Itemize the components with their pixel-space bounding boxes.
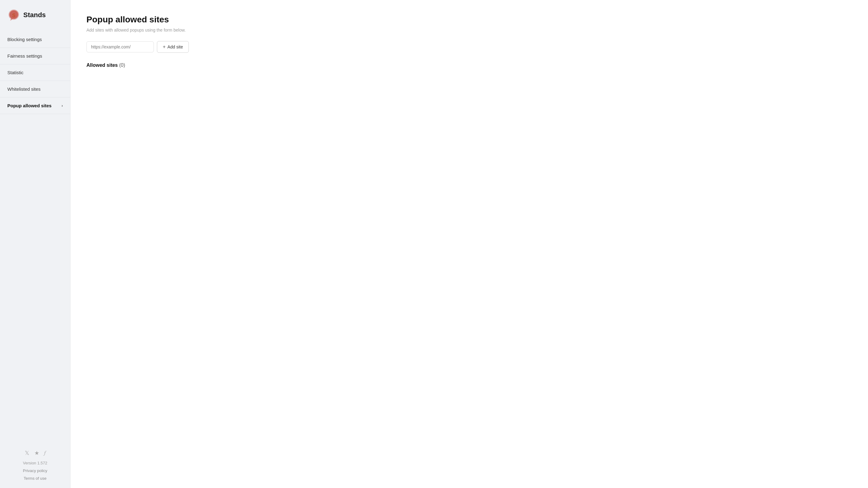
twitter-icon[interactable]: 𝕏 xyxy=(25,450,29,456)
sidebar-item-popup-allowed-sites[interactable]: Popup allowed sites › xyxy=(0,97,70,114)
app-name: Stands xyxy=(23,11,46,19)
add-site-button[interactable]: + Add site xyxy=(157,41,189,53)
allowed-sites-count: (0) xyxy=(119,63,125,68)
svg-text:S: S xyxy=(12,13,16,18)
privacy-policy-link[interactable]: Privacy policy xyxy=(23,468,47,473)
version-text: Version 1.572 xyxy=(23,461,48,465)
main-content: Popup allowed sites Add sites with allow… xyxy=(70,0,868,488)
page-title: Popup allowed sites xyxy=(87,15,852,25)
sidebar-item-blocking-settings[interactable]: Blocking settings xyxy=(0,31,70,48)
sidebar-item-whitelisted-sites[interactable]: Whitelisted sites xyxy=(0,81,70,97)
allowed-sites-heading: Allowed sites (0) xyxy=(87,63,852,68)
stands-logo-icon: S xyxy=(7,8,20,22)
sidebar-item-label: Blocking settings xyxy=(7,37,42,42)
sidebar-footer: 𝕏 ★ 𝑓 Version 1.572 Privacy policy Terms… xyxy=(0,440,70,488)
page-subtitle: Add sites with allowed popups using the … xyxy=(87,28,852,32)
sidebar-item-label: Popup allowed sites xyxy=(7,103,52,108)
sidebar: S Stands Blocking settings Fairness sett… xyxy=(0,0,70,488)
url-input[interactable] xyxy=(87,41,154,53)
sidebar-item-statistic[interactable]: Statistic xyxy=(0,64,70,81)
sidebar-item-fairness-settings[interactable]: Fairness settings xyxy=(0,48,70,64)
plus-icon: + xyxy=(163,44,165,50)
terms-of-use-link[interactable]: Terms of use xyxy=(24,476,46,481)
logo-area: S Stands xyxy=(0,0,70,31)
sidebar-item-label: Statistic xyxy=(7,70,24,75)
chevron-right-icon: › xyxy=(62,103,63,108)
star-icon[interactable]: ★ xyxy=(34,450,39,456)
sidebar-item-label: Fairness settings xyxy=(7,53,42,59)
footer-icons: 𝕏 ★ 𝑓 xyxy=(25,450,46,456)
add-site-row: + Add site xyxy=(87,41,852,53)
sidebar-nav: Blocking settings Fairness settings Stat… xyxy=(0,31,70,440)
sidebar-item-label: Whitelisted sites xyxy=(7,86,40,92)
allowed-sites-label: Allowed sites xyxy=(87,63,118,68)
facebook-icon[interactable]: 𝑓 xyxy=(44,450,46,456)
add-site-label: Add site xyxy=(167,44,183,49)
